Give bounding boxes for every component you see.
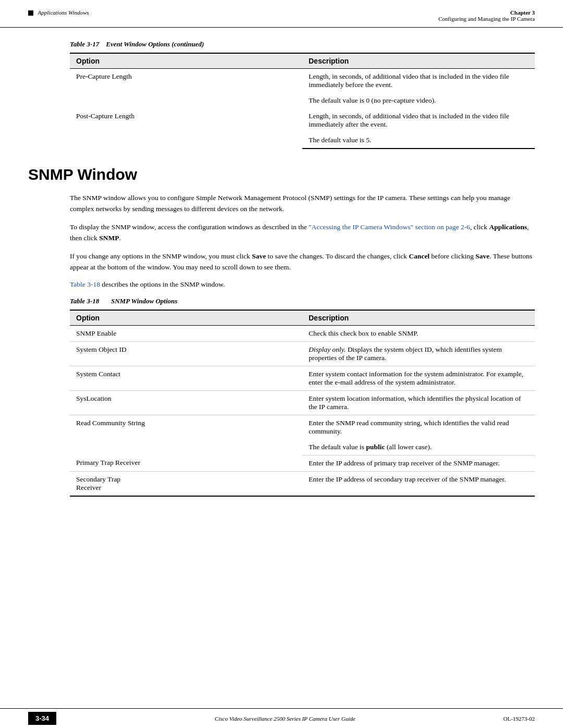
table17-col2-header: Description (302, 53, 535, 69)
table18-desc-snmp-enable: Check this check box to enable SNMP. (302, 325, 535, 341)
footer-center-text: Cisco Video Surveillance 2500 Series IP … (67, 715, 503, 722)
table17-desc-1a: Length, in seconds, of additional video … (302, 69, 535, 93)
table18-title: Table 3-18 SNMP Window Options (70, 297, 535, 305)
snmp-para1: The SNMP window allows you to configure … (70, 193, 535, 215)
header-right: Chapter 3 Configuring and Managing the I… (438, 9, 535, 22)
table-row: System Contact Enter system contact info… (70, 366, 535, 390)
accessing-windows-link[interactable]: "Accessing the IP Camera Windows" sectio… (309, 223, 470, 231)
table17: Option Description Pre-Capture Length Le… (70, 53, 535, 149)
table18-desc-syscontact: Enter system contact information for the… (302, 366, 535, 390)
page-footer: 3-34 Cisco Video Surveillance 2500 Serie… (0, 708, 563, 728)
header-left: Applications Windows (28, 9, 89, 16)
table18-desc-sysobj: Display only. Displays the system object… (302, 341, 535, 366)
table18-desc-sysloc: Enter system location information, which… (302, 390, 535, 415)
snmp-para2: To display the SNMP window, access the c… (70, 222, 535, 244)
table18-option-sectrap: Secondary TrapReceiver (70, 471, 302, 496)
table17-title: Table 3-17 Event Window Options (continu… (70, 40, 535, 48)
table18-desc-sectrap: Enter the IP address of secondary trap r… (302, 471, 535, 496)
snmp-section-heading: SNMP Window (28, 166, 535, 183)
table17-option-2: Post-Capture Length (70, 108, 302, 149)
table-row: Post-Capture Length Length, in seconds, … (70, 108, 535, 132)
table17-option-1: Pre-Capture Length (70, 69, 302, 109)
table-row: Secondary TrapReceiver Enter the IP addr… (70, 471, 535, 496)
table-row: Read Community String Enter the SNMP rea… (70, 415, 535, 439)
table18-option-snmp-enable: SNMP Enable (70, 325, 302, 341)
table18-option-readcomm: Read Community String (70, 415, 302, 455)
table18-option-sysobj: System Object ID (70, 341, 302, 366)
table18: Option Description SNMP Enable Check thi… (70, 310, 535, 497)
table18-option-syscontact: System Contact (70, 366, 302, 390)
table18-desc-readcomm-1: Enter the SNMP read community string, wh… (302, 415, 535, 439)
table18-option-sysloc: SysLocation (70, 390, 302, 415)
table18-desc-primtrap: Enter the IP address of primary trap rec… (302, 455, 535, 471)
table18-option-primtrap: Primary Trap Receiver (70, 455, 302, 471)
table-row: System Object ID Display only. Displays … (70, 341, 535, 366)
page-header: Applications Windows Chapter 3 Configuri… (0, 0, 563, 28)
footer-right-text: OL-19273-02 (504, 715, 535, 722)
table-row: SysLocation Enter system location inform… (70, 390, 535, 415)
table-row: Pre-Capture Length Length, in seconds, o… (70, 69, 535, 93)
main-content: Table 3-17 Event Window Options (continu… (0, 28, 563, 553)
table17-desc-2b: The default value is 5. (302, 132, 535, 149)
table18-header-row: Option Description (70, 310, 535, 326)
table18-ref-link[interactable]: Table 3-18 (70, 280, 100, 288)
table17-col1-header: Option (70, 53, 302, 69)
table17-desc-1b: The default value is 0 (no pre-capture v… (302, 93, 535, 108)
table-ref: Table 3-18 describes the options in the … (70, 280, 535, 289)
table18-desc-readcomm-2: The default value is public (all lower c… (302, 439, 535, 455)
table17-header-row: Option Description (70, 53, 535, 69)
footer-page-number: 3-34 (28, 712, 56, 725)
table17-desc-2a: Length, in seconds, of additional video … (302, 108, 535, 132)
snmp-para3: If you change any options in the SNMP wi… (70, 251, 535, 273)
table18-col2-header: Description (302, 310, 535, 326)
table-row: Primary Trap Receiver Enter the IP addre… (70, 455, 535, 471)
table18-col1-header: Option (70, 310, 302, 326)
table-row: SNMP Enable Check this check box to enab… (70, 325, 535, 341)
